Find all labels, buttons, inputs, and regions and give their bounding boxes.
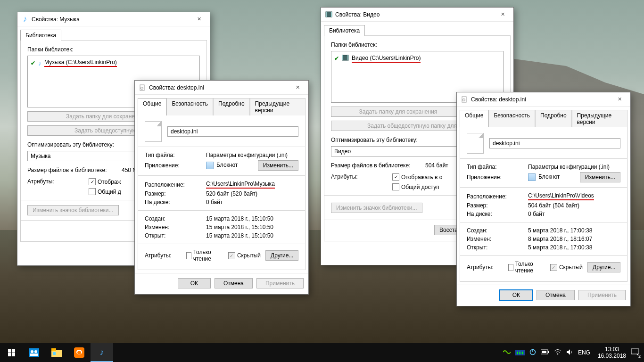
close-button[interactable]	[492, 8, 513, 22]
hidden-checkbox[interactable]: Скрытый	[228, 252, 261, 259]
tab-details[interactable]: Подробно	[213, 98, 250, 115]
titlebar[interactable]: Свойства: desktop.ini	[135, 81, 308, 95]
svg-rect-3	[326, 12, 327, 17]
application-value: Блокнот	[538, 173, 560, 180]
filename-input[interactable]: desktop.ini	[167, 126, 298, 137]
file-type-label: Тип файла:	[467, 164, 523, 170]
readonly-checkbox[interactable]: Только чтение	[508, 261, 539, 274]
tray-power-icon[interactable]	[529, 349, 536, 357]
dialog-title: Свойства: Видео	[335, 11, 492, 18]
attributes-label: Атрибуты:	[27, 178, 84, 185]
desktop-ini-right-dialog: Свойства: desktop.ini Общие Безопасность…	[456, 92, 631, 306]
tray-volume-icon[interactable]	[566, 349, 573, 357]
tabs: Общие Безопасность Подробно Предыдущие в…	[457, 107, 630, 127]
notepad-icon	[206, 162, 214, 169]
cancel-button[interactable]: Отмена	[215, 278, 253, 288]
show-in-nav-checkbox[interactable]: Отображ	[89, 178, 121, 185]
folders-label: Папки библиотек:	[27, 46, 200, 53]
ok-button[interactable]: ОК	[178, 278, 211, 288]
task-music-player[interactable]: ♪	[91, 343, 113, 362]
tab-library[interactable]: Библиотека	[20, 30, 61, 41]
tab-previous-versions[interactable]: Предыдущие версии	[250, 98, 305, 115]
tab-details[interactable]: Подробно	[535, 110, 572, 127]
application-value: Блокнот	[216, 162, 238, 168]
svg-rect-6	[342, 55, 343, 60]
change-app-button[interactable]: Изменить...	[258, 160, 298, 171]
tabs: Общие Безопасность Подробно Предыдущие в…	[135, 95, 308, 115]
public-access-checkbox[interactable]: Общий д	[89, 188, 121, 195]
created-label: Создан:	[145, 215, 201, 222]
size-on-disk-value: 0 байт	[528, 211, 545, 217]
location-value: C:\Users\LinkinPro\Музыка	[206, 181, 275, 189]
file-icon	[461, 96, 468, 103]
size-label: Размер:	[145, 190, 201, 197]
size-on-disk-label: На диске:	[467, 211, 523, 217]
close-button[interactable]	[287, 81, 308, 95]
svg-rect-18	[51, 348, 56, 351]
tray-battery-icon[interactable]	[541, 349, 549, 356]
tray-nvidia-icon[interactable]	[503, 349, 511, 356]
tray-action-center[interactable]: 2	[631, 348, 639, 357]
library-size-value: 504 байт	[425, 162, 448, 169]
start-button[interactable]	[0, 343, 23, 362]
readonly-checkbox[interactable]: Только чтение	[186, 249, 217, 262]
hidden-checkbox[interactable]: Скрытый	[550, 264, 583, 271]
change-app-button[interactable]: Изменить...	[580, 172, 620, 182]
application-label: Приложение:	[145, 162, 201, 169]
task-explorer[interactable]	[45, 343, 68, 362]
file-icon	[139, 84, 146, 91]
file-type-value: Параметры конфигурации (.ini)	[206, 152, 288, 158]
titlebar[interactable]: Свойства: Видео	[321, 8, 513, 22]
change-library-icon-button[interactable]: Изменить значок библиотеки...	[27, 205, 119, 215]
size-value: 504 байт (504 байт)	[528, 202, 579, 209]
notepad-icon	[528, 173, 536, 181]
task-contacts[interactable]	[23, 343, 45, 362]
created-label: Создан:	[467, 227, 523, 234]
task-uc-browser[interactable]	[68, 343, 91, 362]
apply-button[interactable]: Применить	[256, 278, 304, 288]
location-label: Расположение:	[467, 193, 523, 200]
list-item[interactable]: ✔ Видео (C:\Users\LinkinPro)	[334, 53, 500, 64]
created-value: 15 марта 2018 г., 15:10:50	[206, 215, 273, 222]
svg-point-28	[557, 353, 559, 354]
attributes-label: Атрибуты:	[331, 173, 388, 180]
tab-panel: desktop.ini Тип файла:Параметры конфигур…	[460, 127, 627, 282]
close-button[interactable]	[188, 12, 210, 26]
tab-previous-versions[interactable]: Предыдущие версии	[572, 110, 627, 127]
advanced-attributes-button[interactable]: Другие...	[265, 250, 298, 261]
set-save-folder-button[interactable]: Задать папку для сохранения	[331, 107, 465, 117]
ok-button[interactable]: ОК	[500, 290, 533, 300]
dialog-title: Свойства: desktop.ini	[149, 84, 287, 91]
svg-rect-7	[347, 55, 348, 60]
change-library-icon-button[interactable]: Изменить значок библиотеки...	[331, 203, 422, 213]
application-label: Приложение:	[467, 174, 523, 181]
music-icon: ♪	[38, 59, 41, 67]
public-access-checkbox[interactable]: Общий доступ	[392, 183, 443, 190]
tray-language[interactable]: ENG	[578, 349, 590, 356]
advanced-attributes-button[interactable]: Другие...	[587, 262, 620, 272]
created-value: 5 марта 2018 г., 17:00:38	[528, 227, 592, 234]
titlebar[interactable]: Свойства: desktop.ini	[457, 92, 630, 107]
filename-input[interactable]: desktop.ini	[489, 138, 620, 148]
tab-security[interactable]: Безопасность	[488, 110, 535, 127]
tab-general[interactable]: Общие	[460, 110, 488, 127]
apply-button[interactable]: Применить	[578, 290, 626, 300]
svg-point-14	[31, 350, 33, 353]
cancel-button[interactable]: Отмена	[537, 290, 575, 300]
close-button[interactable]	[609, 92, 630, 107]
modified-value: 15 марта 2018 г., 15:10:50	[206, 224, 273, 230]
svg-point-15	[34, 350, 37, 353]
tab-general[interactable]: Общие	[138, 98, 166, 115]
tab-library[interactable]: Библиотека	[324, 25, 365, 36]
tray-wifi-icon[interactable]	[554, 349, 561, 356]
list-item[interactable]: ✔ ♪ Музыка (C:\Users\LinkinPro)	[31, 58, 197, 68]
accessed-label: Открыт:	[467, 244, 523, 251]
tab-security[interactable]: Безопасность	[166, 98, 213, 115]
svg-rect-30	[631, 349, 639, 354]
tray-clock[interactable]: 13:03 16.03.2018	[598, 346, 626, 359]
size-on-disk-value: 0 байт	[206, 199, 223, 206]
show-in-nav-checkbox[interactable]: Отображать в о	[392, 173, 443, 181]
tray-battery-indicator[interactable]: ▮▮▮	[515, 350, 525, 355]
titlebar[interactable]: ♪ Свойства: Музыка	[17, 12, 210, 26]
taskbar: ♪ ▮▮▮ ENG 13:03 16.03.2018 2	[0, 343, 644, 362]
